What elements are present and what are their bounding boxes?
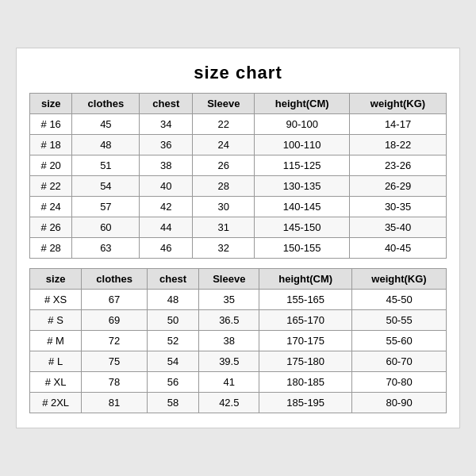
table-row: # M725238170-17555-60	[30, 331, 447, 351]
size-table-1: sizeclotheschestSleeveheight(CM)weight(K…	[29, 93, 447, 259]
table-cell: 44	[140, 217, 193, 238]
column-header: Sleeve	[193, 94, 255, 114]
table-cell: 38	[199, 331, 259, 351]
table-cell: 69	[82, 310, 148, 331]
table-cell: 26-29	[350, 176, 447, 197]
table-row: # XL785641180-18570-80	[30, 372, 447, 393]
table-cell: 81	[82, 393, 148, 413]
table-cell: 26	[193, 155, 255, 176]
table-cell: # L	[30, 351, 82, 372]
table-cell: 36	[140, 135, 193, 155]
table-cell: 175-180	[259, 351, 352, 372]
table-cell: # XL	[30, 372, 82, 393]
table-cell: 36.5	[199, 310, 259, 331]
table-cell: 180-185	[259, 372, 352, 393]
table-row: # 1645342290-10014-17	[30, 114, 447, 135]
column-header: size	[30, 94, 72, 114]
table-cell: 42	[140, 197, 193, 217]
table-cell: 45	[72, 114, 140, 135]
table-row: # 28634632150-15540-45	[30, 238, 447, 259]
table-cell: 150-155	[255, 238, 350, 259]
table2-body: # XS674835155-16545-50# S695036.5165-170…	[30, 290, 447, 413]
table-cell: # 16	[30, 114, 72, 135]
table-cell: 115-125	[255, 155, 350, 176]
size-table-2: sizeclotheschestSleeveheight(CM)weight(K…	[29, 268, 447, 413]
column-header: clothes	[82, 269, 148, 290]
table-cell: 35-40	[350, 217, 447, 238]
table-row: # 2XL815842.5185-19580-90	[30, 393, 447, 413]
table-cell: 31	[193, 217, 255, 238]
table-cell: 46	[140, 238, 193, 259]
table-cell: # 24	[30, 197, 72, 217]
table-cell: 72	[82, 331, 148, 351]
table-cell: 48	[72, 135, 140, 155]
table-cell: 52	[147, 331, 198, 351]
table-cell: # 22	[30, 176, 72, 197]
table-cell: 18-22	[350, 135, 447, 155]
table-cell: 48	[147, 290, 198, 310]
table-row: # L755439.5175-18060-70	[30, 351, 447, 372]
table-row: # S695036.5165-17050-55	[30, 310, 447, 331]
table-cell: 140-145	[255, 197, 350, 217]
table-cell: # 2XL	[30, 393, 82, 413]
table-cell: 24	[193, 135, 255, 155]
table-cell: # M	[30, 331, 82, 351]
table1-header: sizeclotheschestSleeveheight(CM)weight(K…	[30, 94, 447, 114]
table2-header: sizeclotheschestSleeveheight(CM)weight(K…	[30, 269, 447, 290]
table-cell: 39.5	[199, 351, 259, 372]
column-header: chest	[140, 94, 193, 114]
table-cell: 75	[82, 351, 148, 372]
table-cell: 38	[140, 155, 193, 176]
table-cell: 60-70	[352, 351, 447, 372]
table-cell: 54	[147, 351, 198, 372]
table-cell: 45-50	[352, 290, 447, 310]
table-cell: 51	[72, 155, 140, 176]
table-cell: 60	[72, 217, 140, 238]
table-cell: 54	[72, 176, 140, 197]
table-row: # 20513826115-12523-26	[30, 155, 447, 176]
table-cell: 170-175	[259, 331, 352, 351]
table-cell: 42.5	[199, 393, 259, 413]
table-row: # XS674835155-16545-50	[30, 290, 447, 310]
table-cell: 55-60	[352, 331, 447, 351]
table-cell: 40-45	[350, 238, 447, 259]
table-cell: 90-100	[255, 114, 350, 135]
column-header: weight(KG)	[350, 94, 447, 114]
table-cell: # 20	[30, 155, 72, 176]
size-chart-card: size chart sizeclotheschestSleeveheight(…	[16, 48, 460, 428]
table-cell: 100-110	[255, 135, 350, 155]
table-cell: 58	[147, 393, 198, 413]
column-header: weight(KG)	[352, 269, 447, 290]
table-cell: 80-90	[352, 393, 447, 413]
table1-body: # 1645342290-10014-17# 18483624100-11018…	[30, 114, 447, 259]
column-header: chest	[147, 269, 198, 290]
table-row: # 22544028130-13526-29	[30, 176, 447, 197]
table-cell: 14-17	[350, 114, 447, 135]
table-cell: 63	[72, 238, 140, 259]
table-cell: 67	[82, 290, 148, 310]
table-cell: # 26	[30, 217, 72, 238]
table-cell: 50	[147, 310, 198, 331]
column-header: height(CM)	[255, 94, 350, 114]
table-cell: 34	[140, 114, 193, 135]
table-cell: # S	[30, 310, 82, 331]
table2-header-row: sizeclotheschestSleeveheight(CM)weight(K…	[30, 269, 447, 290]
table-cell: 185-195	[259, 393, 352, 413]
table-cell: 32	[193, 238, 255, 259]
table-cell: # XS	[30, 290, 82, 310]
table-row: # 24574230140-14530-35	[30, 197, 447, 217]
table-cell: 22	[193, 114, 255, 135]
table-cell: 50-55	[352, 310, 447, 331]
table-cell: 30-35	[350, 197, 447, 217]
table-cell: 145-150	[255, 217, 350, 238]
table-cell: 70-80	[352, 372, 447, 393]
table-cell: 41	[199, 372, 259, 393]
table-cell: # 18	[30, 135, 72, 155]
chart-title: size chart	[29, 63, 447, 83]
table-cell: 35	[199, 290, 259, 310]
table-cell: 23-26	[350, 155, 447, 176]
table-cell: 165-170	[259, 310, 352, 331]
table-cell: 56	[147, 372, 198, 393]
table-cell: # 28	[30, 238, 72, 259]
column-header: clothes	[72, 94, 140, 114]
